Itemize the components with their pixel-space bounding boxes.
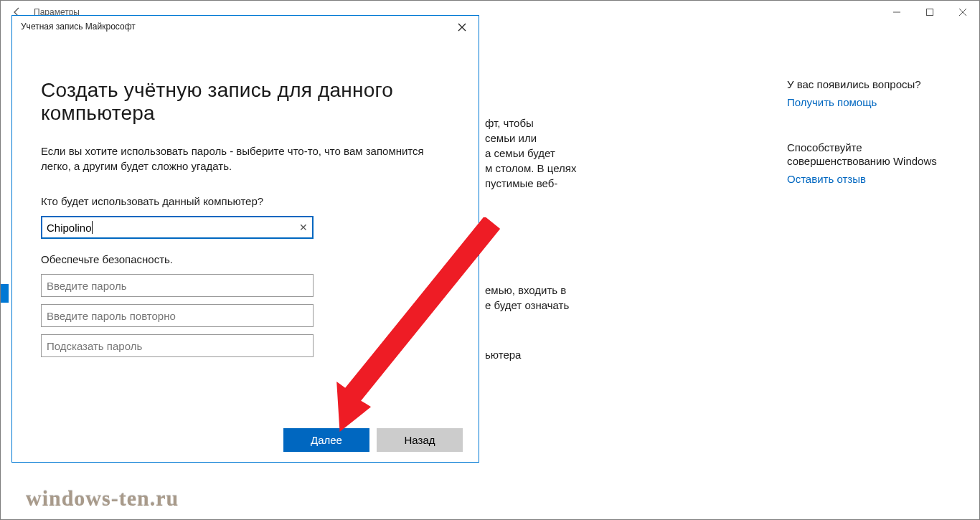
svg-rect-1 xyxy=(927,9,933,16)
dialog-close-button[interactable] xyxy=(446,16,479,39)
clear-icon[interactable]: ✕ xyxy=(299,222,308,233)
help-link[interactable]: Получить помощь xyxy=(787,96,959,108)
password-hint-input[interactable]: Подсказать пароль xyxy=(41,334,314,357)
dialog-title: Учетная запись Майкрософт xyxy=(21,22,136,32)
maximize-button[interactable] xyxy=(913,1,946,24)
minimize-button[interactable] xyxy=(880,1,913,24)
back-button[interactable]: Назад xyxy=(377,428,463,452)
dialog-description: Если вы хотите использовать пароль - выб… xyxy=(41,143,443,174)
bg-paragraph-3: ьютера xyxy=(485,349,521,361)
username-input[interactable]: Chipolino ✕ xyxy=(41,216,314,239)
password-input[interactable]: Введите пароль xyxy=(41,274,314,297)
help-question: У вас появились вопросы? xyxy=(787,78,959,90)
bg-paragraph-1: фт, чтобы семьи или а семьи будет м стол… xyxy=(485,115,614,191)
feedback-label-2: совершенствованию Windows xyxy=(787,155,959,167)
feedback-link[interactable]: Оставить отзыв xyxy=(787,173,959,185)
close-button[interactable] xyxy=(946,1,979,24)
create-account-dialog: Учетная запись Майкрософт Создать учётну… xyxy=(11,15,479,463)
bg-paragraph-2: емью, входить в е будет означать xyxy=(485,283,628,313)
dialog-heading: Создать учётную запись для данного компь… xyxy=(41,79,450,125)
watermark: windows-ten.ru xyxy=(26,486,179,511)
password-repeat-input[interactable]: Введите пароль повторно xyxy=(41,304,314,327)
sidebar-selection-indicator xyxy=(1,284,9,303)
username-value: Chipolino xyxy=(47,222,92,234)
feedback-label-1: Способствуйте xyxy=(787,141,959,153)
security-label: Обеспечьте безопасность. xyxy=(41,253,450,265)
next-button[interactable]: Далее xyxy=(283,428,369,452)
username-label: Кто будет использовать данный компьютер? xyxy=(41,195,450,207)
